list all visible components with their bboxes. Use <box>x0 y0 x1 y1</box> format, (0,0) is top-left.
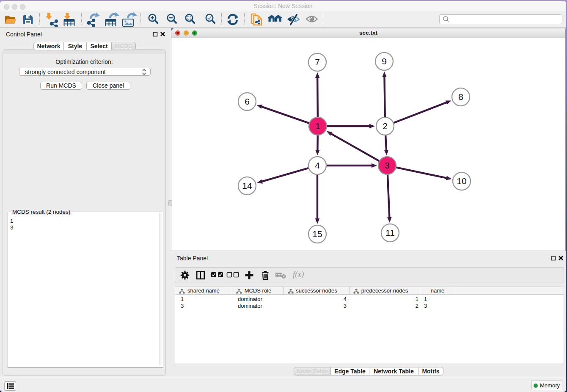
svg-text:11: 11 <box>385 228 395 237</box>
svg-text:3: 3 <box>385 160 390 170</box>
svg-text:14: 14 <box>242 181 252 190</box>
svg-text:7: 7 <box>315 57 320 67</box>
svg-text:1: 1 <box>315 121 320 131</box>
svg-text:6: 6 <box>245 97 250 106</box>
svg-text:4: 4 <box>315 160 320 170</box>
svg-text:9: 9 <box>382 56 387 66</box>
svg-text:2: 2 <box>383 121 388 131</box>
svg-text:15: 15 <box>312 229 322 239</box>
svg-text:8: 8 <box>458 92 463 102</box>
svg-text:10: 10 <box>457 176 466 186</box>
